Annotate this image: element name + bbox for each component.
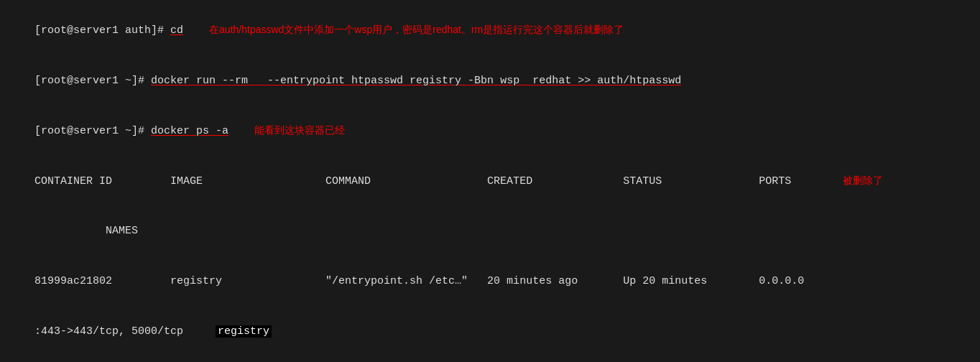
- line-6: 81999ac21802 registry "/entrypoint.sh /e…: [9, 256, 971, 307]
- prompt-3: [root@server1 ~]#: [34, 125, 151, 137]
- prompt-2: [root@server1 ~]#: [34, 75, 151, 87]
- table-row-1: 81999ac21802 registry "/entrypoint.sh /e…: [34, 275, 804, 287]
- line-4: CONTAINER ID IMAGE COMMAND CREATED STATU…: [9, 156, 971, 206]
- line-7: :443->443/tcp, 5000/tcp registry: [9, 307, 971, 357]
- line-8: [root@server1 ~]# cat auth/htpasswd: [9, 356, 971, 362]
- registry-highlight: registry: [216, 325, 272, 338]
- port-text: :443->443/tcp, 5000/tcp: [34, 325, 183, 338]
- line-1: [root@server1 auth]# cd 在auth/htpasswd文件…: [9, 6, 971, 56]
- cmd-cd: cd: [170, 24, 183, 37]
- line-5: NAMES: [9, 206, 971, 256]
- names-indent: NAMES: [34, 225, 138, 237]
- cmd-docker-ps: docker ps -a: [151, 125, 228, 137]
- table-header-1: CONTAINER ID IMAGE COMMAND CREATED STATU…: [34, 175, 791, 187]
- line-3: [root@server1 ~]# docker ps -a 能看到这块容器已经: [9, 106, 971, 157]
- prompt-1: [root@server1 auth]#: [34, 24, 170, 37]
- annotation-4: 被删除了: [843, 175, 883, 186]
- annotation-3: 能看到这块容器已经: [254, 124, 345, 136]
- line-2: [root@server1 ~]# docker run --rm --entr…: [9, 56, 971, 106]
- annotation-1: 在auth/htpasswd文件中添加一个wsp用户，密码是redhat。rm是…: [209, 24, 624, 35]
- cmd-docker-run: docker run --rm --entrypoint htpasswd re…: [151, 75, 681, 87]
- terminal-window: [root@server1 auth]# cd 在auth/htpasswd文件…: [0, 0, 980, 362]
